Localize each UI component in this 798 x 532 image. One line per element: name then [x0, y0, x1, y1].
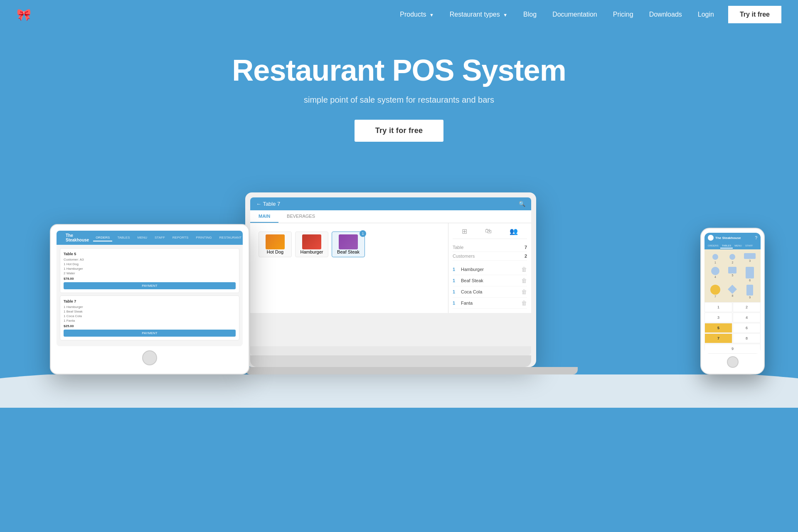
table-num-4: 4	[714, 276, 716, 278]
tablet-nav-restaurant[interactable]: RESTAURANT	[217, 234, 243, 241]
phone-nav-orders[interactable]: ORDERS	[706, 244, 720, 249]
tablet-payment-btn-2[interactable]: PAYMENT	[64, 330, 236, 337]
table-shape-1	[711, 253, 719, 261]
tablet-order-total-2: $25.00	[64, 324, 236, 328]
phone-table-3[interactable]: 3	[742, 253, 757, 264]
pos-menu-panel: Hot Dog Hamburger 1 Beaf Steak	[250, 223, 448, 313]
nav-item-documentation[interactable]: Documentation	[547, 7, 603, 22]
item-delete-1[interactable]: 🗑	[521, 266, 527, 273]
phone-screen: The Steakhouse ? ORDERS TABLES MENU STAF…	[704, 233, 761, 354]
search-icon[interactable]: 🔍	[519, 201, 525, 207]
table-shape-9	[746, 284, 754, 296]
tablet-nav-printing[interactable]: PRINTING	[193, 234, 214, 241]
nav-item-blog[interactable]: Blog	[517, 7, 542, 22]
hamburger-image	[302, 234, 321, 249]
item-name-1: Hamburger	[461, 267, 521, 272]
pos-item-hotdog[interactable]: Hot Dog	[259, 232, 292, 257]
numpad-4[interactable]: 4	[733, 313, 761, 323]
tablet-order-card-1: Table 5 Customer: A3 1 Hot Dog 1 Hamburg…	[60, 248, 239, 293]
pos-header: ← Table 7 🔍	[250, 197, 531, 210]
pos-icon-pos[interactable]: ⊞	[462, 227, 467, 235]
tablet-app-content: Table 5 Customer: A3 1 Hot Dog 1 Hamburg…	[57, 245, 243, 346]
tab-beverages[interactable]: BEVERAGES	[278, 210, 323, 223]
numpad-3[interactable]: 3	[704, 313, 732, 323]
tablet-order-item-1: 1 Hot Dog	[64, 262, 236, 266]
numpad-8[interactable]: 8	[733, 333, 761, 343]
tablet-order-item-5: 1 Beaf Steak	[64, 310, 236, 313]
tablet-nav-staff[interactable]: STAFF	[152, 234, 167, 241]
pos-order-item-hamburger: 1 Hamburger 🗑	[453, 264, 527, 275]
nav-item-restaurant-types[interactable]: Restaurant types ▼	[444, 7, 513, 22]
item-qty-1: 1	[453, 267, 458, 272]
pos-order-icons: ⊞ 🛍 👥	[453, 227, 527, 239]
wave-shape	[0, 374, 798, 408]
pos-order-item-steak: 1 Beaf Steak 🗑	[453, 275, 527, 286]
nav-item-downloads[interactable]: Downloads	[643, 7, 688, 22]
numpad-2[interactable]: 2	[733, 302, 761, 312]
numpad-6[interactable]: 6	[733, 323, 761, 333]
tablet-payment-btn-1[interactable]: PAYMENT	[64, 282, 236, 289]
tablet-order-item-7: 1 Fanta	[64, 319, 236, 323]
phone-table-5[interactable]: 5	[725, 266, 740, 282]
table-num-9: 9	[749, 296, 751, 299]
nav-item-login[interactable]: Login	[692, 7, 720, 22]
tablet-nav-menu[interactable]: MENU	[135, 234, 150, 241]
hero-cta-button[interactable]: Try it for free	[355, 120, 444, 142]
tablet-home-button[interactable]	[142, 350, 157, 365]
phone-nav: ORDERS TABLES MENU STAFF	[704, 243, 761, 249]
phone-table-9[interactable]: 9	[742, 284, 757, 299]
item-delete-2[interactable]: 🗑	[521, 277, 527, 284]
back-arrow-icon[interactable]: ← Table 7	[256, 201, 280, 207]
phone-more-icon[interactable]: ?	[755, 236, 757, 240]
nav-item-products[interactable]: Products ▼	[394, 7, 439, 22]
table-num-2: 2	[732, 261, 734, 264]
tab-main[interactable]: MAIN	[250, 210, 278, 223]
numpad-7[interactable]: 7	[704, 333, 732, 343]
steak-label: Beaf Steak	[337, 249, 360, 254]
table-num-8: 8	[732, 294, 734, 297]
tablet-nav-tables[interactable]: TABLES	[115, 234, 132, 241]
pos-item-hamburger[interactable]: Hamburger	[295, 232, 328, 257]
tablet-orders-column: Table 5 Customer: A3 1 Hot Dog 1 Hamburg…	[57, 245, 243, 346]
bottom-section	[0, 374, 798, 408]
svg-point-3	[711, 267, 719, 275]
svg-point-1	[729, 254, 735, 260]
phone-table-1[interactable]: 1	[708, 253, 723, 264]
table-shape-4	[711, 266, 720, 276]
nav-item-pricing[interactable]: Pricing	[607, 7, 639, 22]
item-delete-3[interactable]: 🗑	[521, 288, 527, 295]
phone-nav-tables[interactable]: TABLES	[720, 244, 733, 249]
numpad-5[interactable]: 5	[704, 323, 732, 333]
pos-item-steak[interactable]: 1 Beaf Steak	[332, 232, 365, 257]
nav-cta-button[interactable]: Try it free	[728, 6, 781, 23]
svg-rect-4	[728, 267, 736, 273]
phone-numpad: 1 2 3 4 5 6 7 8 9	[704, 302, 761, 354]
phone-table-8[interactable]: 8	[725, 284, 740, 299]
numpad-9[interactable]: 9	[704, 344, 761, 354]
tablet-order-item-2: 1 Hamburger	[64, 267, 236, 271]
item-delete-4[interactable]: 🗑	[521, 300, 527, 306]
phone-tables-grid: 1 2 3 4	[704, 249, 761, 302]
hotdog-image	[266, 234, 285, 249]
phone-nav-menu[interactable]: MENU	[733, 244, 744, 249]
pos-tabs: MAIN BEVERAGES	[250, 210, 531, 223]
phone-table-4[interactable]: 4	[708, 266, 723, 282]
phone-table-6[interactable]: 6	[742, 266, 757, 282]
svg-marker-7	[728, 285, 737, 294]
pos-icon-people[interactable]: 👥	[510, 227, 518, 235]
numpad-1[interactable]: 1	[704, 302, 732, 312]
phone-nav-staff[interactable]: STAFF	[744, 244, 755, 249]
phone-table-7[interactable]: 7	[708, 284, 723, 299]
pos-icon-bag[interactable]: 🛍	[485, 227, 492, 235]
svg-point-6	[710, 285, 720, 295]
hotdog-label: Hot Dog	[267, 249, 283, 254]
phone-home-button[interactable]	[727, 356, 739, 368]
phone-table-2[interactable]: 2	[725, 253, 740, 264]
tablet-nav-reports[interactable]: REPORTS	[170, 234, 191, 241]
phone-app-logo	[708, 235, 714, 241]
phone-app-header: The Steakhouse ?	[704, 233, 761, 243]
tablet-nav-orders[interactable]: ORDERS	[93, 234, 112, 241]
tablet-screen: The Steakhouse ORDERS TABLES MENU STAFF …	[57, 231, 243, 346]
tablet-nav: ORDERS TABLES MENU STAFF REPORTS PRINTIN…	[93, 234, 243, 241]
table-num-5: 5	[732, 274, 734, 277]
